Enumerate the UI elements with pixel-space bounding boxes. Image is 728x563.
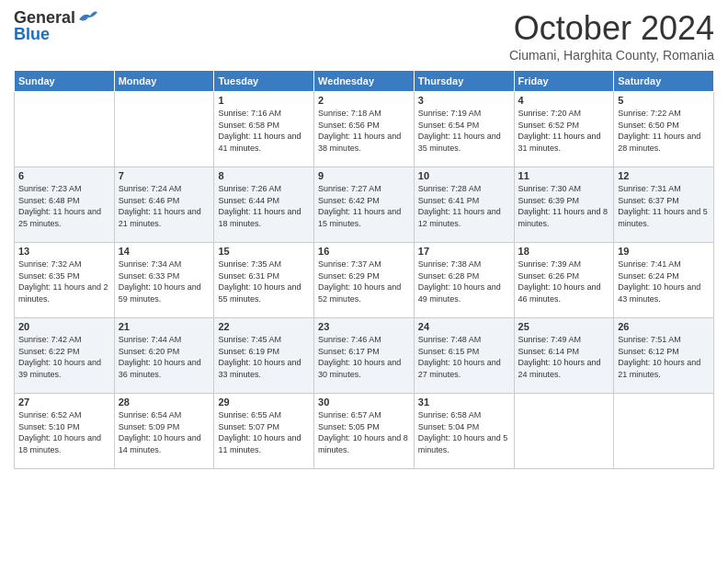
- day-number: 8: [218, 170, 310, 181]
- calendar-week-4: 20Sunrise: 7:42 AM Sunset: 6:22 PM Dayli…: [15, 318, 714, 394]
- day-info: Sunrise: 7:19 AM Sunset: 6:54 PM Dayligh…: [418, 108, 510, 154]
- day-number: 16: [318, 246, 410, 257]
- day-info: Sunrise: 6:57 AM Sunset: 5:05 PM Dayligh…: [318, 409, 410, 455]
- day-info: Sunrise: 7:24 AM Sunset: 6:46 PM Dayligh…: [119, 183, 210, 229]
- calendar-cell: 10Sunrise: 7:28 AM Sunset: 6:41 PM Dayli…: [414, 167, 514, 243]
- col-friday: Friday: [514, 71, 614, 92]
- calendar-cell: [15, 92, 115, 167]
- calendar-cell: 3Sunrise: 7:19 AM Sunset: 6:54 PM Daylig…: [414, 92, 514, 167]
- day-number: 25: [518, 321, 610, 332]
- calendar-cell: 11Sunrise: 7:30 AM Sunset: 6:39 PM Dayli…: [514, 167, 614, 243]
- day-info: Sunrise: 7:39 AM Sunset: 6:26 PM Dayligh…: [518, 259, 610, 304]
- calendar-cell: 20Sunrise: 7:42 AM Sunset: 6:22 PM Dayli…: [15, 318, 115, 394]
- calendar-cell: [114, 92, 214, 167]
- calendar-week-3: 13Sunrise: 7:32 AM Sunset: 6:35 PM Dayli…: [15, 243, 714, 318]
- calendar-cell: 5Sunrise: 7:22 AM Sunset: 6:50 PM Daylig…: [614, 92, 714, 167]
- day-info: Sunrise: 7:37 AM Sunset: 6:29 PM Dayligh…: [318, 259, 410, 304]
- header: General Blue October 2024 Ciumani, Hargh…: [14, 9, 714, 63]
- calendar-cell: 1Sunrise: 7:16 AM Sunset: 6:58 PM Daylig…: [214, 92, 314, 167]
- calendar-page: General Blue October 2024 Ciumani, Hargh…: [0, 0, 728, 563]
- day-number: 17: [418, 246, 510, 257]
- day-number: 18: [518, 246, 610, 257]
- day-info: Sunrise: 7:38 AM Sunset: 6:28 PM Dayligh…: [418, 259, 510, 304]
- day-info: Sunrise: 7:48 AM Sunset: 6:15 PM Dayligh…: [418, 334, 510, 380]
- calendar-week-5: 27Sunrise: 6:52 AM Sunset: 5:10 PM Dayli…: [15, 394, 714, 469]
- calendar-cell: 17Sunrise: 7:38 AM Sunset: 6:28 PM Dayli…: [414, 243, 514, 318]
- day-info: Sunrise: 7:20 AM Sunset: 6:52 PM Dayligh…: [518, 108, 610, 154]
- calendar-cell: 22Sunrise: 7:45 AM Sunset: 6:19 PM Dayli…: [214, 318, 314, 394]
- day-info: Sunrise: 7:26 AM Sunset: 6:44 PM Dayligh…: [218, 183, 310, 229]
- col-sunday: Sunday: [15, 71, 115, 92]
- day-number: 28: [119, 396, 210, 408]
- day-number: 13: [18, 246, 110, 257]
- calendar-cell: 13Sunrise: 7:32 AM Sunset: 6:35 PM Dayli…: [15, 243, 115, 318]
- calendar-cell: [614, 394, 714, 469]
- calendar-cell: 24Sunrise: 7:48 AM Sunset: 6:15 PM Dayli…: [414, 318, 514, 394]
- day-number: 30: [318, 396, 410, 408]
- calendar-cell: 8Sunrise: 7:26 AM Sunset: 6:44 PM Daylig…: [214, 167, 314, 243]
- day-number: 2: [318, 95, 410, 106]
- day-info: Sunrise: 7:18 AM Sunset: 6:56 PM Dayligh…: [318, 108, 410, 154]
- day-info: Sunrise: 7:23 AM Sunset: 6:48 PM Dayligh…: [18, 183, 110, 229]
- day-number: 22: [218, 321, 310, 332]
- day-number: 4: [518, 95, 610, 106]
- calendar-cell: 18Sunrise: 7:39 AM Sunset: 6:26 PM Dayli…: [514, 243, 614, 318]
- day-number: 11: [518, 170, 610, 181]
- logo: General Blue: [14, 9, 97, 42]
- day-number: 6: [18, 170, 110, 181]
- day-number: 23: [318, 321, 410, 332]
- header-row: Sunday Monday Tuesday Wednesday Thursday…: [15, 71, 714, 92]
- title-block: October 2024 Ciumani, Harghita County, R…: [509, 9, 714, 63]
- day-number: 20: [18, 321, 110, 332]
- calendar-cell: 27Sunrise: 6:52 AM Sunset: 5:10 PM Dayli…: [15, 394, 115, 469]
- day-number: 3: [418, 95, 510, 106]
- day-info: Sunrise: 7:16 AM Sunset: 6:58 PM Dayligh…: [218, 108, 310, 154]
- day-info: Sunrise: 7:32 AM Sunset: 6:35 PM Dayligh…: [18, 259, 110, 304]
- day-info: Sunrise: 7:41 AM Sunset: 6:24 PM Dayligh…: [618, 259, 710, 304]
- day-info: Sunrise: 6:54 AM Sunset: 5:09 PM Dayligh…: [119, 409, 210, 455]
- logo-bird-icon: [77, 10, 97, 25]
- col-thursday: Thursday: [414, 71, 514, 92]
- day-number: 27: [18, 396, 110, 408]
- calendar-cell: 15Sunrise: 7:35 AM Sunset: 6:31 PM Dayli…: [214, 243, 314, 318]
- calendar-body: 1Sunrise: 7:16 AM Sunset: 6:58 PM Daylig…: [15, 92, 714, 469]
- month-title: October 2024: [509, 9, 714, 48]
- calendar-cell: [514, 394, 614, 469]
- calendar-cell: 2Sunrise: 7:18 AM Sunset: 6:56 PM Daylig…: [314, 92, 415, 167]
- col-wednesday: Wednesday: [314, 71, 415, 92]
- col-monday: Monday: [114, 71, 214, 92]
- day-number: 7: [119, 170, 210, 181]
- day-number: 1: [218, 95, 310, 106]
- day-info: Sunrise: 7:46 AM Sunset: 6:17 PM Dayligh…: [318, 334, 410, 380]
- day-info: Sunrise: 7:42 AM Sunset: 6:22 PM Dayligh…: [18, 334, 110, 380]
- logo-blue: Blue: [14, 25, 50, 43]
- day-number: 12: [618, 170, 710, 181]
- calendar-cell: 26Sunrise: 7:51 AM Sunset: 6:12 PM Dayli…: [614, 318, 714, 394]
- day-number: 29: [218, 396, 310, 408]
- day-number: 19: [618, 246, 710, 257]
- col-saturday: Saturday: [614, 71, 714, 92]
- day-info: Sunrise: 7:49 AM Sunset: 6:14 PM Dayligh…: [518, 334, 610, 380]
- day-info: Sunrise: 7:30 AM Sunset: 6:39 PM Dayligh…: [518, 183, 610, 229]
- calendar-cell: 4Sunrise: 7:20 AM Sunset: 6:52 PM Daylig…: [514, 92, 614, 167]
- calendar-cell: 7Sunrise: 7:24 AM Sunset: 6:46 PM Daylig…: [114, 167, 214, 243]
- calendar-cell: 31Sunrise: 6:58 AM Sunset: 5:04 PM Dayli…: [414, 394, 514, 469]
- calendar-week-2: 6Sunrise: 7:23 AM Sunset: 6:48 PM Daylig…: [15, 167, 714, 243]
- logo-text: General Blue: [14, 9, 75, 42]
- calendar-cell: 14Sunrise: 7:34 AM Sunset: 6:33 PM Dayli…: [114, 243, 214, 318]
- calendar-cell: 12Sunrise: 7:31 AM Sunset: 6:37 PM Dayli…: [614, 167, 714, 243]
- calendar-cell: 19Sunrise: 7:41 AM Sunset: 6:24 PM Dayli…: [614, 243, 714, 318]
- calendar-table: Sunday Monday Tuesday Wednesday Thursday…: [14, 70, 714, 469]
- day-info: Sunrise: 7:35 AM Sunset: 6:31 PM Dayligh…: [218, 259, 310, 304]
- day-number: 24: [418, 321, 510, 332]
- day-info: Sunrise: 7:51 AM Sunset: 6:12 PM Dayligh…: [618, 334, 710, 380]
- calendar-cell: 16Sunrise: 7:37 AM Sunset: 6:29 PM Dayli…: [314, 243, 415, 318]
- day-number: 9: [318, 170, 410, 181]
- day-number: 21: [119, 321, 210, 332]
- day-number: 5: [618, 95, 710, 106]
- day-number: 31: [418, 396, 510, 408]
- logo-general: General: [14, 8, 75, 27]
- day-info: Sunrise: 6:52 AM Sunset: 5:10 PM Dayligh…: [18, 409, 110, 455]
- day-info: Sunrise: 7:44 AM Sunset: 6:20 PM Dayligh…: [119, 334, 210, 380]
- calendar-week-1: 1Sunrise: 7:16 AM Sunset: 6:58 PM Daylig…: [15, 92, 714, 167]
